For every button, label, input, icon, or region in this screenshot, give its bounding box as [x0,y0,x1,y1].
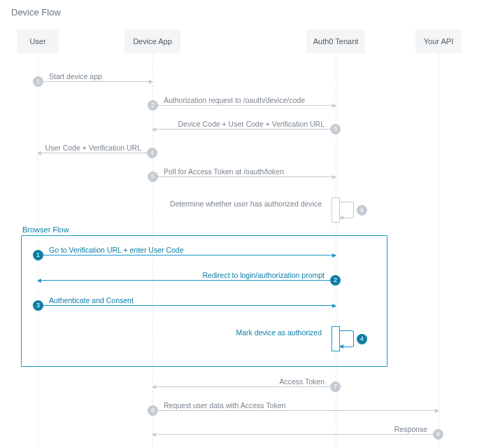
step-badge: 2 [330,275,341,286]
step-2: 2 Authorization request to /oauth/device… [152,91,336,113]
step-label: User Code + Verification URL [45,144,141,152]
lifeline-api [439,53,439,448]
step-8: 8 Request user data with Access Token [152,396,439,419]
lane-user: User [17,29,59,53]
step-badge: 3 [33,300,43,311]
step-5: 5 Poll for Access Token at /oauth/token [152,162,336,185]
step-label: Redirect to login/authorization prompt [202,271,325,279]
step-badge: 4 [357,334,367,344]
step-label: Go to Verification URL + enter User Code [49,246,184,254]
step-label: Request user data with Access Token [164,401,285,410]
diagram-title: Device Flow [11,7,61,18]
step-label: Poll for Access Token at /oauth/token [164,167,284,176]
step-1: 1 Start device app [38,67,152,90]
step-6: Determine whether user has authorized de… [152,195,336,217]
lane-device: Device App [124,29,180,53]
step-label: Mark device as authorized [236,328,322,337]
browser-step-4: Mark device as authorized [152,323,336,346]
step-badge: 1 [33,250,43,260]
step-label: Authenticate and Consent [49,296,134,304]
step-badge: 4 [147,148,157,158]
lane-tenant: Auth0 Tenant [306,29,365,53]
step-4: 4 User Code + Verification URL [38,139,152,161]
step-7: 7 Access Token [152,372,336,395]
step-label: Determine whether user has authorized de… [170,200,322,208]
selfloop-icon [340,202,354,218]
step-badge: 9 [433,429,443,440]
step-badge: 5 [148,172,158,182]
step-badge: 6 [357,205,367,216]
step-label: Access Token [279,377,325,386]
step-label: Response [394,425,427,433]
step-badge: 7 [330,382,341,392]
step-badge: 1 [33,76,43,87]
browser-step-3: 3 Authenticate and Consent [38,291,336,314]
step-label: Start device app [49,72,102,80]
browser-flow-title: Browser Flow [22,225,69,234]
step-label: Authorization request to /oauth/device/c… [164,96,305,104]
browser-step-2: 2 Redirect to login/authorization prompt [38,266,336,288]
selfloop-icon [340,330,354,347]
lane-api: Your API [415,29,462,53]
browser-step-1: 1 Go to Verification URL + enter User Co… [38,241,336,263]
step-9: 9 Response [152,420,439,442]
step-badge: 8 [148,405,158,416]
step-3: 3 Device Code + User Code + Verification… [152,115,336,137]
step-label: Device Code + User Code + Verification U… [178,120,325,128]
step-badge: 3 [330,124,341,134]
step-badge: 2 [148,100,158,111]
